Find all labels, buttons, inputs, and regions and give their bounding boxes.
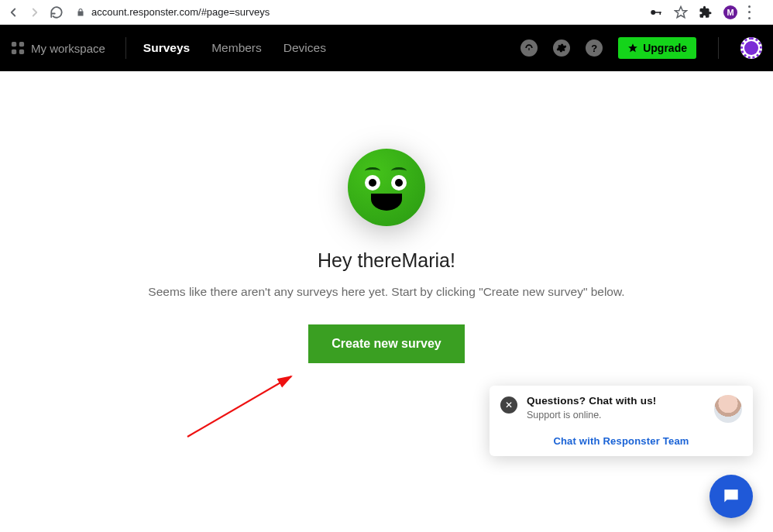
profile-initial: M — [727, 8, 733, 17]
upgrade-label: Upgrade — [643, 42, 687, 54]
svg-rect-5 — [19, 42, 24, 46]
key-icon[interactable] — [649, 5, 663, 19]
forward-button[interactable] — [28, 5, 42, 19]
svg-rect-6 — [12, 50, 16, 54]
chat-fab[interactable] — [709, 475, 753, 518]
svg-rect-7 — [19, 50, 24, 54]
svg-marker-3 — [675, 6, 687, 17]
back-button[interactable] — [6, 5, 20, 19]
browser-chrome: account.responster.com/#page=surveys M — [0, 0, 773, 25]
close-icon[interactable]: ✕ — [500, 396, 517, 414]
app-topnav: My workspace Surveys Members Devices ? U… — [0, 25, 773, 71]
dashboard-icon[interactable] — [520, 39, 538, 57]
chrome-right-icons: M — [649, 5, 767, 19]
extensions-icon[interactable] — [699, 5, 713, 19]
nav-surveys[interactable]: Surveys — [132, 41, 201, 55]
chat-status: Support is online. — [527, 410, 705, 420]
upgrade-button[interactable]: Upgrade — [618, 37, 696, 59]
annotation-arrow — [184, 369, 301, 446]
create-survey-button[interactable]: Create new survey — [308, 324, 464, 363]
greeting-text: Hey thereMaria! — [0, 249, 773, 272]
workspace-label: My workspace — [31, 42, 105, 55]
nav-devices[interactable]: Devices — [273, 41, 337, 55]
divider — [125, 37, 126, 59]
chat-popup: ✕ Questions? Chat with us! Support is on… — [490, 386, 753, 456]
svg-marker-8 — [628, 43, 637, 52]
lock-icon — [76, 8, 85, 17]
empty-subtext: Seems like there aren't any surveys here… — [0, 283, 773, 301]
chat-icon — [721, 486, 741, 506]
user-menu[interactable] — [740, 37, 762, 59]
nav-members[interactable]: Members — [201, 41, 273, 55]
svg-rect-2 — [660, 12, 661, 15]
svg-point-0 — [651, 10, 655, 15]
svg-rect-4 — [12, 42, 16, 46]
mascot-face — [348, 149, 425, 226]
empty-state: Hey thereMaria! Seems like there aren't … — [0, 71, 773, 363]
grid-icon — [11, 41, 25, 55]
divider — [718, 37, 719, 59]
workspace-switcher[interactable]: My workspace — [11, 41, 119, 55]
star-icon[interactable] — [674, 5, 688, 19]
svg-line-9 — [187, 376, 291, 437]
agent-avatar — [714, 395, 742, 423]
profile-avatar[interactable]: M — [723, 5, 737, 19]
kebab-menu[interactable] — [748, 5, 762, 19]
reload-button[interactable] — [50, 5, 64, 19]
settings-icon[interactable] — [553, 39, 570, 57]
url-text: account.responster.com/#page=surveys — [91, 6, 270, 18]
address-bar[interactable]: account.responster.com/#page=surveys — [71, 6, 641, 18]
chat-title: Questions? Chat with us! — [527, 395, 705, 407]
help-icon[interactable]: ? — [586, 39, 603, 57]
star-filled-icon — [627, 43, 638, 53]
chat-cta-link[interactable]: Chat with Responster Team — [500, 435, 742, 447]
